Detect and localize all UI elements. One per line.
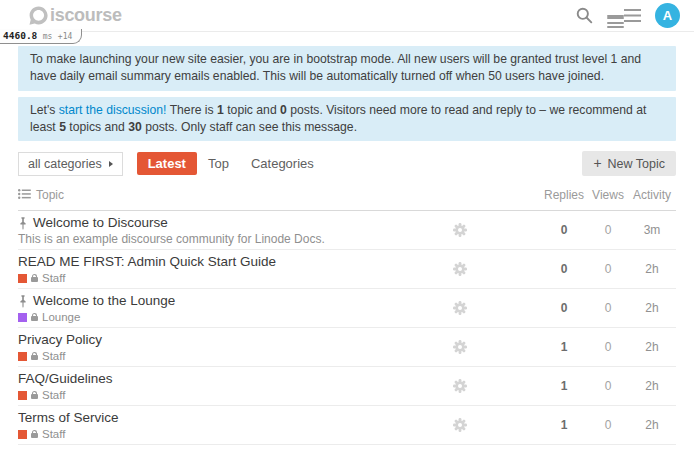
category-filter-label: all categories	[28, 157, 102, 171]
activity-time[interactable]: 3m	[628, 223, 676, 237]
replies-count: 1	[540, 418, 588, 432]
category-badge[interactable]: Staff	[18, 272, 65, 284]
topic-list-header: Topic Replies Views Activity	[18, 188, 676, 211]
topic-row: Terms of Service Staff 1 0 2h	[18, 406, 676, 445]
category-badge[interactable]: Staff	[18, 389, 65, 401]
banner-text: There is	[166, 103, 217, 117]
recommended-topics: 5	[59, 120, 66, 134]
activity-time[interactable]: 2h	[628, 340, 676, 354]
lock-icon	[31, 433, 38, 438]
replies-count: 0	[540, 301, 588, 315]
banner-text: topic and	[224, 103, 280, 117]
topic-row: Privacy Policy Staff 1 0 2h	[18, 328, 676, 367]
topic-title[interactable]: FAQ/Guidelines	[18, 371, 113, 387]
category-name: Staff	[42, 350, 65, 362]
caret-right-icon	[109, 161, 113, 167]
category-color-icon	[18, 430, 27, 439]
category-color-icon	[18, 391, 27, 400]
tab-categories[interactable]: Categories	[240, 152, 325, 175]
category-name: Staff	[42, 428, 65, 440]
topic-row: Welcome to Discourse This is an example …	[18, 211, 676, 250]
profiler-extra: +14	[58, 32, 72, 41]
activity-time[interactable]: 2h	[628, 418, 676, 432]
column-views[interactable]: Views	[588, 188, 628, 202]
category-name: Staff	[42, 389, 65, 401]
category-name: Lounge	[42, 311, 80, 323]
views-count: 0	[588, 418, 628, 432]
topic-count: 1	[217, 103, 224, 117]
replies-count: 0	[540, 262, 588, 276]
mini-profiler-badge[interactable]: 4460.8 ms +14	[0, 29, 82, 44]
topic-admin-gear-icon[interactable]	[452, 417, 468, 433]
column-activity[interactable]: Activity	[628, 188, 676, 202]
topic-admin-gear-icon[interactable]	[452, 261, 468, 277]
category-color-icon	[18, 274, 27, 283]
new-topic-label: New Topic	[608, 157, 665, 171]
activity-time[interactable]: 2h	[628, 301, 676, 315]
plus-icon	[593, 156, 601, 171]
discourse-logo[interactable]: iscourse	[28, 5, 122, 26]
bootstrap-mode-banner: To make launching your new site easier, …	[18, 46, 676, 91]
user-avatar[interactable]: A	[655, 3, 680, 28]
topic-admin-gear-icon[interactable]	[452, 222, 468, 238]
column-topic-label: Topic	[36, 188, 64, 202]
topic-row: Welcome to the Lounge Lounge 0 0 2h	[18, 289, 676, 328]
topic-title[interactable]: Welcome to Discourse	[33, 215, 168, 231]
replies-count: 0	[540, 223, 588, 237]
bootstrap-banner-text: To make launching your new site easier, …	[30, 52, 641, 83]
column-replies[interactable]: Replies	[540, 188, 588, 202]
lock-icon	[31, 277, 38, 282]
topic-admin-gear-icon[interactable]	[452, 339, 468, 355]
activity-time[interactable]: 2h	[628, 379, 676, 393]
topic-title[interactable]: READ ME FIRST: Admin Quick Start Guide	[18, 254, 276, 270]
views-count: 0	[588, 340, 628, 354]
topic-excerpt: This is an example discourse community f…	[18, 233, 443, 245]
recommended-posts: 30	[128, 120, 142, 134]
new-topic-button[interactable]: New Topic	[582, 151, 676, 176]
topic-title[interactable]: Welcome to the Lounge	[33, 293, 175, 309]
profiler-time: 4460.8	[3, 30, 37, 41]
topic-list-tabs: Latest Top Categories	[137, 152, 325, 175]
category-badge[interactable]: Staff	[18, 350, 65, 362]
views-count: 0	[588, 379, 628, 393]
logo-text: iscourse	[50, 5, 122, 26]
topic-title[interactable]: Terms of Service	[18, 410, 119, 426]
banner-text: posts. Only staff can see this message.	[142, 120, 357, 134]
views-count: 0	[588, 262, 628, 276]
start-discussion-link[interactable]: start the discussion!	[59, 103, 167, 117]
category-badge[interactable]: Lounge	[18, 311, 80, 323]
category-filter-dropdown[interactable]: all categories	[18, 152, 123, 176]
banner-text: topics and	[66, 120, 128, 134]
lock-icon	[31, 355, 38, 360]
lock-icon	[31, 316, 38, 321]
profiler-unit: ms	[43, 32, 53, 41]
column-topic: Topic	[18, 188, 443, 202]
tab-top[interactable]: Top	[197, 152, 240, 175]
lock-icon	[31, 394, 38, 399]
post-count: 0	[280, 103, 287, 117]
discourse-bubble-icon	[28, 5, 49, 26]
topic-admin-gear-icon[interactable]	[452, 378, 468, 394]
category-name: Staff	[42, 272, 65, 284]
topic-row: FAQ/Guidelines Staff 1 0 2h	[18, 367, 676, 406]
topic-title[interactable]: Privacy Policy	[18, 332, 102, 348]
site-header: iscourse A	[0, 0, 694, 32]
pin-icon	[18, 217, 28, 230]
list-icon	[18, 188, 31, 202]
category-color-icon	[18, 352, 27, 361]
views-count: 0	[588, 301, 628, 315]
replies-count: 1	[540, 379, 588, 393]
category-color-icon	[18, 313, 27, 322]
pin-icon	[18, 295, 28, 308]
start-discussion-banner: Let's start the discussion! There is 1 t…	[18, 97, 676, 142]
search-icon[interactable]	[576, 7, 593, 24]
views-count: 0	[588, 223, 628, 237]
menu-icon[interactable]	[607, 9, 641, 22]
topic-list-controls: all categories Latest Top Categories New…	[18, 151, 676, 176]
activity-time[interactable]: 2h	[628, 262, 676, 276]
topic-row: READ ME FIRST: Admin Quick Start Guide S…	[18, 250, 676, 289]
banner-text: Let's	[30, 103, 59, 117]
category-badge[interactable]: Staff	[18, 428, 65, 440]
topic-admin-gear-icon[interactable]	[452, 300, 468, 316]
tab-latest[interactable]: Latest	[137, 152, 197, 175]
